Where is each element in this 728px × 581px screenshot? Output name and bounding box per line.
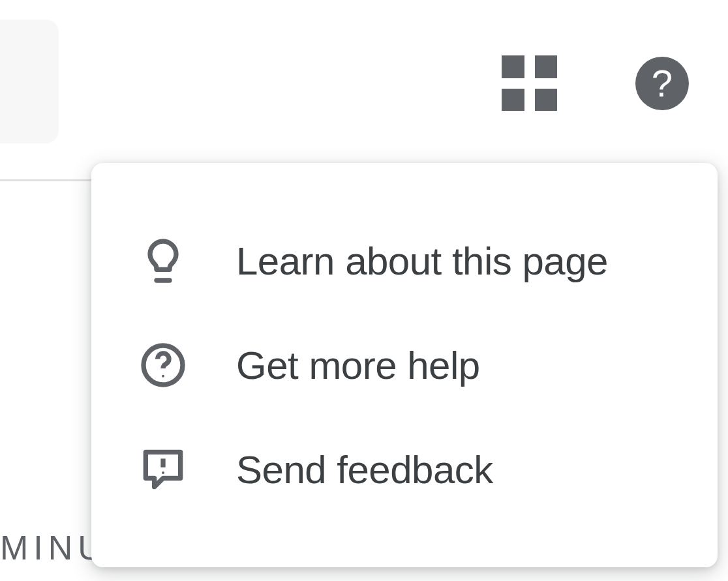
lightbulb-icon <box>130 235 196 287</box>
toolbar: ? <box>502 55 689 111</box>
menu-item-more-help[interactable]: Get more help <box>91 313 718 417</box>
help-menu: Learn about this page Get more help Send… <box>91 163 718 567</box>
menu-item-learn[interactable]: Learn about this page <box>91 209 718 313</box>
menu-item-label: Send feedback <box>236 447 493 492</box>
help-glyph: ? <box>652 61 673 105</box>
header-card <box>0 20 59 143</box>
feedback-icon <box>130 443 196 496</box>
help-outline-icon <box>130 339 196 391</box>
apps-grid-icon[interactable] <box>502 55 557 111</box>
menu-item-feedback[interactable]: Send feedback <box>91 417 718 522</box>
header-divider <box>0 179 91 181</box>
svg-point-1 <box>162 375 164 378</box>
svg-point-3 <box>162 471 164 474</box>
help-icon[interactable]: ? <box>635 57 689 110</box>
menu-item-label: Learn about this page <box>236 239 608 284</box>
menu-item-label: Get more help <box>236 343 480 388</box>
